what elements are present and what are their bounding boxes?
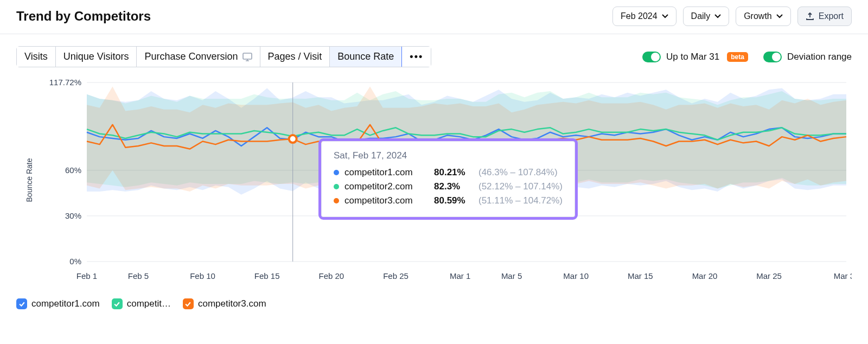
switch-on-icon: [642, 52, 661, 62]
export-button[interactable]: Export: [797, 7, 852, 26]
tooltip-series-name: competitor3.com: [344, 195, 429, 206]
svg-text:Feb 20: Feb 20: [318, 271, 344, 281]
legend-label: competitor1.com: [31, 298, 100, 309]
tab-pages-per-visit[interactable]: Pages / Visit: [260, 47, 330, 67]
svg-rect-0: [243, 53, 252, 59]
svg-text:Feb 5: Feb 5: [128, 271, 149, 281]
svg-text:Mar 1: Mar 1: [450, 271, 470, 281]
svg-text:Mar 15: Mar 15: [628, 271, 653, 281]
tab-label: Bounce Rate: [337, 51, 394, 62]
chevron-down-icon: [714, 13, 721, 20]
chevron-down-icon: [776, 13, 783, 20]
chart-toggles: Up to Mar 31 beta Deviation range: [642, 52, 852, 62]
svg-text:117.72%: 117.72%: [49, 78, 81, 87]
chart-legend: competitor1.com competit… competitor3.co…: [0, 293, 868, 320]
tooltip-row: competitor1.com 80.21% (46.3% – 107.84%): [334, 165, 563, 180]
checkbox-checked-icon: [16, 298, 27, 309]
legend-item[interactable]: competit…: [112, 298, 171, 309]
svg-text:30%: 30%: [65, 211, 81, 220]
svg-text:Mar 20: Mar 20: [692, 271, 718, 281]
svg-text:Feb 10: Feb 10: [190, 271, 215, 281]
tab-unique-visitors[interactable]: Unique Visitors: [56, 47, 137, 67]
svg-text:Mar 25: Mar 25: [756, 271, 782, 281]
tab-label: Pages / Visit: [268, 51, 322, 62]
tooltip-range: (46.3% – 107.84%): [478, 167, 558, 178]
date-range-dropdown[interactable]: Feb 2024: [612, 7, 676, 26]
export-label: Export: [819, 11, 844, 21]
toggle-up-to-date[interactable]: Up to Mar 31 beta: [642, 52, 748, 62]
header-controls: Feb 2024 Daily Growth Export: [612, 7, 852, 26]
tab-purchase-conversion[interactable]: Purchase Conversion: [137, 47, 260, 67]
frequency-label: Daily: [691, 11, 711, 21]
desktop-icon: [242, 53, 252, 61]
tab-label: Unique Visitors: [63, 51, 129, 62]
series-dot-icon: [334, 170, 339, 175]
tooltip-row: competitor3.com 80.59% (51.11% – 104.72%…: [334, 194, 563, 208]
tab-more[interactable]: •••: [402, 47, 431, 67]
tooltip-range: (52.12% – 107.14%): [478, 181, 563, 192]
mode-dropdown[interactable]: Growth: [736, 7, 791, 26]
toggle-label: Up to Mar 31: [666, 52, 719, 62]
svg-point-23: [289, 135, 297, 143]
metric-tabs: Visits Unique Visitors Purchase Conversi…: [16, 46, 431, 67]
tooltip-value: 80.21%: [434, 167, 473, 178]
svg-text:0%: 0%: [69, 257, 81, 266]
beta-badge: beta: [727, 52, 748, 62]
tooltip-date: Sat, Feb 17, 2024: [334, 150, 563, 161]
switch-on-icon: [763, 52, 782, 62]
frequency-dropdown[interactable]: Daily: [683, 7, 730, 26]
toggle-deviation-range[interactable]: Deviation range: [763, 52, 852, 62]
tab-label: Visits: [24, 51, 48, 62]
date-range-label: Feb 2024: [621, 11, 658, 21]
legend-item[interactable]: competitor3.com: [183, 298, 266, 309]
svg-text:Feb 25: Feb 25: [383, 271, 409, 281]
svg-text:Mar 31: Mar 31: [834, 271, 852, 281]
svg-text:Feb 15: Feb 15: [254, 271, 280, 281]
tab-label: Purchase Conversion: [144, 51, 238, 62]
legend-item[interactable]: competitor1.com: [16, 298, 100, 309]
legend-label: competitor3.com: [198, 298, 266, 309]
svg-text:60%: 60%: [65, 165, 81, 175]
svg-text:Mar 5: Mar 5: [501, 271, 522, 281]
series-dot-icon: [334, 184, 339, 189]
svg-text:Mar 10: Mar 10: [563, 271, 589, 281]
tooltip-value: 82.3%: [434, 181, 473, 192]
chevron-down-icon: [662, 13, 668, 20]
checkbox-checked-icon: [112, 298, 123, 309]
y-axis-title: Bounce Rate: [25, 158, 34, 202]
tooltip-series-name: competitor2.com: [344, 181, 429, 192]
series-dot-icon: [334, 198, 339, 203]
svg-text:Feb 1: Feb 1: [76, 271, 97, 281]
ellipsis-icon: •••: [410, 51, 423, 62]
tooltip-range: (51.11% – 104.72%): [478, 195, 563, 206]
tooltip-series-name: competitor1.com: [344, 167, 429, 178]
mode-label: Growth: [744, 11, 772, 21]
tooltip-value: 80.59%: [434, 195, 473, 206]
checkbox-checked-icon: [183, 298, 194, 309]
tab-bounce-rate[interactable]: Bounce Rate: [330, 47, 402, 67]
toggle-label: Deviation range: [787, 52, 852, 62]
chart-tooltip: Sat, Feb 17, 2024 competitor1.com 80.21%…: [321, 141, 575, 217]
tab-visits[interactable]: Visits: [17, 47, 56, 67]
legend-label: competit…: [127, 298, 171, 309]
upload-icon: [806, 12, 814, 21]
page-title: Trend by Competitors: [16, 9, 151, 24]
tooltip-row: competitor2.com 82.3% (52.12% – 107.14%): [334, 180, 563, 194]
